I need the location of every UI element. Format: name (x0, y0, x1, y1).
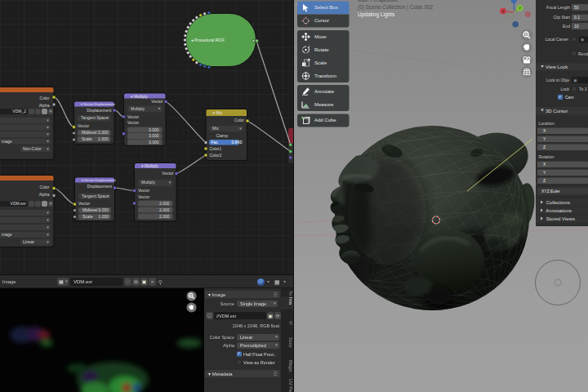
svg-text:Y: Y (519, 6, 522, 11)
svg-text:X: X (501, 9, 505, 14)
